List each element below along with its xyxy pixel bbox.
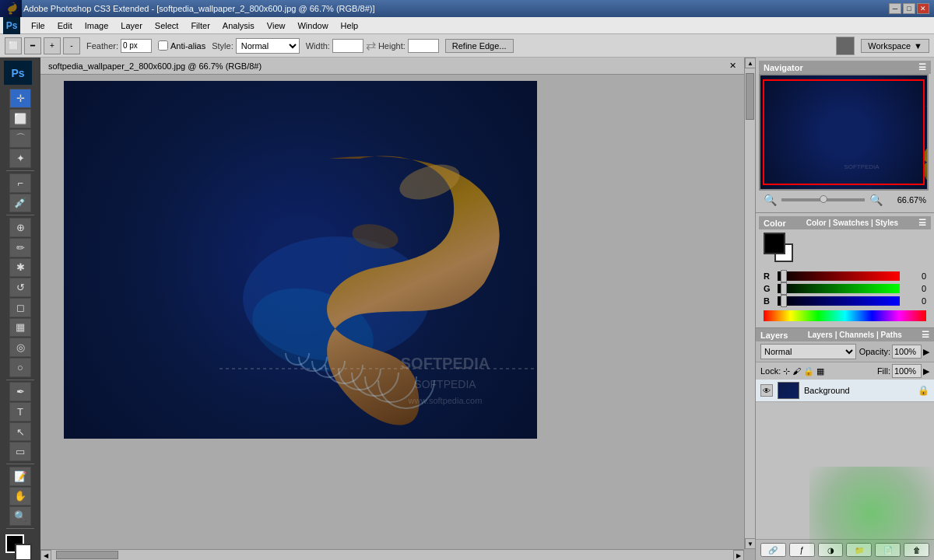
scroll-thumb-h[interactable] xyxy=(56,551,118,559)
clone-stamp-btn[interactable]: ✱ xyxy=(9,258,31,278)
new-group-btn[interactable]: 📁 xyxy=(846,543,872,557)
history-brush-btn[interactable]: ↺ xyxy=(9,278,31,297)
add-selection-btn[interactable]: + xyxy=(44,37,61,54)
horizontal-scrollbar[interactable]: ◀ ▶ xyxy=(40,549,744,560)
color-panel-menu-icon[interactable]: ☰ xyxy=(918,218,926,228)
blur-btn[interactable]: ◎ xyxy=(9,338,31,357)
lock-all-icon[interactable]: 🔒 xyxy=(803,366,814,376)
width-input[interactable] xyxy=(332,39,363,53)
menu-help[interactable]: Help xyxy=(335,19,365,32)
layers-panel-menu-icon[interactable]: ☰ xyxy=(922,330,929,340)
type-tool-btn[interactable]: T xyxy=(9,402,31,422)
menu-filter[interactable]: Filter xyxy=(184,19,216,32)
menu-analysis[interactable]: Analysis xyxy=(216,19,261,32)
color-spectrum-bar[interactable] xyxy=(764,310,926,321)
canvas-scroll: softpedia_wallpaper_2_800x600.jpg @ 66.7… xyxy=(40,58,744,549)
navigator-menu-icon[interactable]: ☰ xyxy=(918,62,926,72)
blending-mode-select[interactable]: Normal Multiply Screen xyxy=(760,344,856,359)
fill-input[interactable] xyxy=(892,364,922,378)
path-select-btn[interactable]: ↖ xyxy=(9,422,31,442)
menu-image[interactable]: Image xyxy=(79,19,115,32)
maximize-button[interactable]: □ xyxy=(903,3,915,14)
lock-image-icon[interactable]: 🖌 xyxy=(792,366,801,376)
eraser-btn[interactable]: ◻ xyxy=(9,298,31,317)
zoom-slider-thumb[interactable] xyxy=(820,195,827,203)
lasso-tool-btn[interactable]: ⌒ xyxy=(9,129,31,149)
brush-tool-btn[interactable]: ✏ xyxy=(9,238,31,257)
workspace-icon xyxy=(836,37,855,55)
hand-tool-btn[interactable]: ✋ xyxy=(9,487,31,506)
link-layers-btn[interactable]: 🔗 xyxy=(760,543,786,557)
marquee-tool-btn[interactable]: ⬜ xyxy=(9,109,31,128)
zoom-slider[interactable] xyxy=(781,198,865,201)
scroll-left-btn[interactable]: ◀ xyxy=(40,550,51,560)
crop-tool-btn[interactable]: ⌐ xyxy=(9,173,31,193)
g-thumb[interactable] xyxy=(781,282,787,295)
b-slider[interactable] xyxy=(778,296,900,306)
b-thumb[interactable] xyxy=(781,295,787,307)
scroll-thumb-v[interactable] xyxy=(746,73,754,120)
close-button[interactable]: ✕ xyxy=(917,3,929,14)
document-tab[interactable]: softpedia_wallpaper_2_800x600.jpg @ 66.7… xyxy=(40,58,744,75)
background-color[interactable] xyxy=(15,544,32,560)
scroll-up-btn[interactable]: ▲ xyxy=(745,58,755,68)
title-bar-text: Adobe Photoshop CS3 Extended - [softpedi… xyxy=(23,4,374,13)
healing-brush-btn[interactable]: ⊕ xyxy=(9,218,31,237)
ps-side-logo: Ps xyxy=(4,61,32,85)
layer-mask-btn[interactable]: ◑ xyxy=(818,543,844,557)
vertical-scrollbar[interactable]: ▲ ▼ xyxy=(744,58,755,549)
layer-visibility-toggle[interactable]: 👁 xyxy=(760,384,773,397)
layer-item-background[interactable]: 👁 Background 🔒 xyxy=(756,380,934,402)
shape-tool-btn[interactable]: ▭ xyxy=(9,442,31,461)
height-label: Height: xyxy=(378,41,406,51)
menu-file[interactable]: File xyxy=(25,19,51,32)
r-channel: R 0 xyxy=(759,270,931,282)
close-doc-btn[interactable]: ✕ xyxy=(729,61,736,71)
subtract-selection-btn[interactable]: - xyxy=(63,37,80,54)
gradient-btn[interactable]: ▦ xyxy=(9,318,31,338)
layer-locked-icon: 🔒 xyxy=(918,385,929,396)
menu-window[interactable]: Window xyxy=(291,19,334,32)
refine-edge-button[interactable]: Refine Edge... xyxy=(445,39,514,53)
menu-view[interactable]: View xyxy=(261,19,292,32)
move-tool-btn[interactable]: ✛ xyxy=(9,89,31,108)
color-panel-tabs: Color | Swatches | Styles xyxy=(806,219,898,227)
new-layer-btn[interactable]: 📄 xyxy=(875,543,901,557)
layer-style-btn[interactable]: ƒ xyxy=(789,543,815,557)
foreground-color-swatch[interactable] xyxy=(764,233,785,254)
magic-wand-btn[interactable]: ✦ xyxy=(9,149,31,168)
delete-layer-btn[interactable]: 🗑 xyxy=(904,543,929,557)
menu-edit[interactable]: Edit xyxy=(51,19,79,32)
menu-layer[interactable]: Layer xyxy=(114,19,149,32)
feather-input[interactable] xyxy=(121,39,152,53)
g-slider[interactable] xyxy=(778,284,900,293)
notes-btn[interactable]: 📝 xyxy=(9,467,31,486)
workspace-button[interactable]: Workspace ▼ xyxy=(861,39,929,53)
rect-marquee-btn[interactable]: ⬜ xyxy=(5,37,22,54)
height-input[interactable] xyxy=(408,39,439,53)
eyedropper-btn[interactable]: 💉 xyxy=(9,194,31,213)
zoom-in-icon[interactable]: 🔍 xyxy=(869,194,883,206)
lock-transparent-icon[interactable]: ▦ xyxy=(816,366,824,376)
opacity-arrow-icon[interactable]: ▶ xyxy=(923,347,929,357)
dodge-btn[interactable]: ○ xyxy=(9,358,31,377)
pen-tool-btn[interactable]: ✒ xyxy=(9,382,31,401)
r-slider[interactable] xyxy=(778,271,900,281)
r-thumb[interactable] xyxy=(781,270,787,282)
color-panel-header: Color Color | Swatches | Styles ☰ xyxy=(759,216,931,229)
zoom-out-icon[interactable]: 🔍 xyxy=(764,194,777,206)
minimize-button[interactable]: ─ xyxy=(889,3,901,14)
anti-alias-checkbox[interactable] xyxy=(158,40,168,51)
scroll-right-btn[interactable]: ▶ xyxy=(733,550,744,560)
menu-select[interactable]: Select xyxy=(149,19,185,32)
lock-pos-icon[interactable]: ⊹ xyxy=(783,366,790,376)
zoom-tool-btn[interactable]: 🔍 xyxy=(9,506,31,526)
single-row-btn[interactable]: ━ xyxy=(24,37,41,54)
width-label: Width: xyxy=(306,41,330,51)
scroll-down-btn[interactable]: ▼ xyxy=(745,538,755,549)
toolbar-divider-3 xyxy=(6,380,34,380)
opacity-input[interactable] xyxy=(892,345,922,359)
fill-arrow-icon[interactable]: ▶ xyxy=(923,366,929,376)
style-select[interactable]: Normal Fixed Ratio Fixed Size xyxy=(236,38,300,54)
toolbar-divider-4 xyxy=(6,464,34,464)
